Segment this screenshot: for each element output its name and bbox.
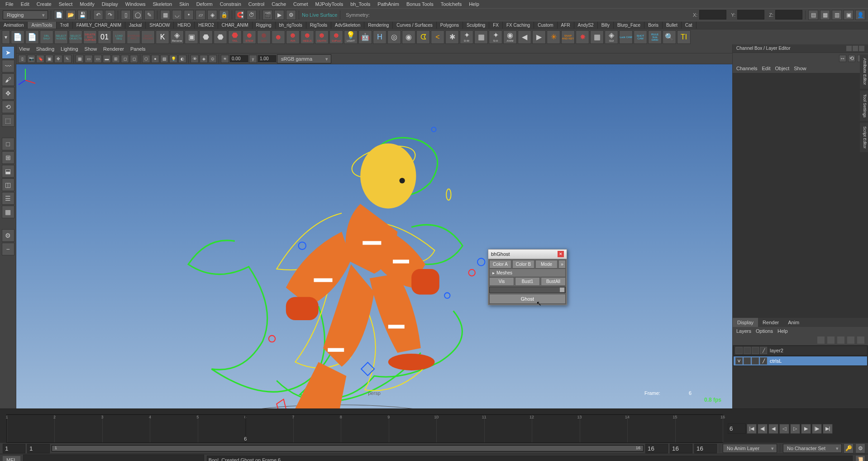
layer-delete-icon[interactable] <box>857 336 864 344</box>
channel-list[interactable] <box>733 73 868 318</box>
tool-options-icon[interactable]: ⚙ <box>2 229 14 242</box>
manip-icon-1[interactable]: ↔ <box>839 55 846 62</box>
y-field[interactable] <box>737 10 764 19</box>
shelf-item-22[interactable]: ☻DdPool <box>329 30 343 44</box>
pt-lights-icon[interactable]: 💡 <box>169 55 177 63</box>
layout-two-v[interactable]: ◫ <box>2 178 14 191</box>
panel-menu-view[interactable]: View <box>19 46 30 52</box>
shelf-item-0[interactable]: 📄 <box>11 30 24 44</box>
shelf-item-21[interactable]: ☻DEATH <box>315 30 329 44</box>
panel-close-icon[interactable] <box>859 46 864 51</box>
pt-xray-icon[interactable]: ◈ <box>200 55 208 63</box>
pt-select-icon[interactable]: ▯ <box>18 55 26 63</box>
layer-add-icon[interactable] <box>847 336 854 344</box>
bhghost-menu-mode[interactable]: Mode <box>535 260 558 269</box>
shelf-item-26[interactable]: ◎ <box>387 30 401 44</box>
layer-row-layer2[interactable]: ╱layer2 <box>733 346 868 355</box>
pt-isolate-icon[interactable]: 👁 <box>191 55 199 63</box>
layer-vis-toggle[interactable] <box>735 347 743 354</box>
shelf-item-36[interactable]: ▶ <box>532 30 546 44</box>
shelf-tab-fx-caching[interactable]: FX Caching <box>503 22 534 29</box>
shelf-tab-shadow[interactable]: SHADOW <box>146 22 174 29</box>
play-back-icon[interactable]: ◁ <box>779 424 789 434</box>
shelf-tab-animation[interactable]: Animation <box>0 22 28 29</box>
shelf-tab-sculpting[interactable]: Sculpting <box>463 22 489 29</box>
layer-up-icon[interactable] <box>827 336 835 344</box>
menu-bh_tools[interactable]: bh_Tools <box>347 1 374 7</box>
panel-menu-panels[interactable]: Panels <box>130 46 146 52</box>
pt-grid-icon[interactable]: ▦ <box>76 55 84 63</box>
bhghost-slider[interactable] <box>489 287 566 293</box>
minus-icon[interactable]: − <box>2 243 14 255</box>
menu-deform[interactable]: Deform <box>193 1 216 7</box>
snap-surface-icon[interactable]: ◈ <box>207 10 217 20</box>
shelf-item-35[interactable]: ◀ <box>518 30 531 44</box>
layer-color-swatch[interactable]: ╱ <box>760 347 767 354</box>
play-start-field[interactable] <box>27 444 50 453</box>
shelf-item-45[interactable]: 🔍 <box>663 30 676 44</box>
x-field[interactable] <box>699 10 726 19</box>
panel-menu-show[interactable]: Show <box>85 46 97 52</box>
menu-edit[interactable]: Edit <box>17 1 33 7</box>
prefs-icon[interactable]: ⚙ <box>855 443 865 453</box>
shelf-item-44[interactable]: RULE 3rds GRID <box>648 30 662 44</box>
bhghost-vis-button[interactable]: Vis <box>489 277 514 286</box>
shelf-item-19[interactable]: ☻AVA <box>286 30 300 44</box>
shelf-tab-jackal[interactable]: Jackal <box>125 22 146 29</box>
layer-vis-toggle[interactable]: V <box>735 357 743 365</box>
shelf-tab-hero[interactable]: HERO <box>174 22 195 29</box>
layer-row-ctrlsL[interactable]: V╱ctrlsL <box>733 356 868 366</box>
live-surface-icon[interactable]: 🧲 <box>235 10 245 20</box>
panel-menu-renderer[interactable]: Renderer <box>103 46 124 52</box>
ipr-render-icon[interactable]: ▶ <box>274 10 284 20</box>
layout-persp-ortho[interactable]: ▦ <box>2 206 14 218</box>
shelf-item-2[interactable]: DBL SHLF <box>40 30 53 44</box>
select-tool[interactable]: ➤ <box>2 46 14 59</box>
shelf-item-28[interactable]: ᗧ <box>416 30 430 44</box>
pt-gamma-icon[interactable]: γ <box>249 55 257 63</box>
panel-minimize-icon[interactable] <box>853 46 858 51</box>
shelf-item-23[interactable]: 💡LIGHT <box>344 30 358 44</box>
shelf-item-16[interactable]: ☻STEW <box>243 30 256 44</box>
lasso-icon[interactable]: ◯ <box>133 10 143 20</box>
save-scene-icon[interactable]: 💾 <box>77 10 87 20</box>
bhghost-window[interactable]: bhGhost ✕ Color AColor BMode» ▸ Meshes V… <box>488 249 567 305</box>
shelf-tab-rendering[interactable]: Rendering <box>364 22 393 29</box>
shelf-item-24[interactable]: 🤖 <box>358 30 372 44</box>
menu-skeleton[interactable]: Skeleton <box>149 1 176 7</box>
pt-image-plane-icon[interactable]: ▣ <box>45 55 53 63</box>
color-mgmt-dropdown[interactable]: sRGB gamma <box>277 54 331 63</box>
menu-modify[interactable]: Modify <box>76 1 98 7</box>
menu-skin[interactable]: Skin <box>176 1 192 7</box>
paint-tool[interactable]: 🖌 <box>2 73 14 86</box>
cmd-lang[interactable]: MEL <box>3 456 20 461</box>
side-tab-tool-settings[interactable]: Tool Settings <box>860 91 868 121</box>
shelf-tab-hero2[interactable]: HERO2 <box>195 22 218 29</box>
shelf-tab-advskeleton[interactable]: AdvSkeleton <box>331 22 364 29</box>
shelf-tab-afr[interactable]: AFR <box>558 22 574 29</box>
layer-playback-toggle[interactable] <box>744 347 751 354</box>
shelf-tab-bullet[interactable]: Bullet <box>663 22 682 29</box>
side-tab-script-editor[interactable]: Script Editor <box>860 123 868 152</box>
shelf-item-37[interactable]: ✳ <box>547 30 560 44</box>
snap-toggle-icon[interactable]: 🔒 <box>219 10 229 20</box>
cmd-input[interactable] <box>23 455 204 461</box>
shelf-tab-fx[interactable]: FX <box>489 22 503 29</box>
snap-curve-icon[interactable]: ◡ <box>172 10 182 20</box>
shelf-tab-animtools[interactable]: AnimTools <box>28 22 56 29</box>
gamma-field[interactable] <box>258 55 276 62</box>
shelf-tab-bh-rigtools[interactable]: bh_rigTools <box>276 22 306 29</box>
layout-outliner[interactable]: ☰ <box>2 192 14 205</box>
bhghost-bust1-button[interactable]: Bust1 <box>515 277 540 286</box>
shelf-tab-custom[interactable]: Custom <box>534 22 557 29</box>
chan-menu-show[interactable]: Show <box>794 66 806 71</box>
character-set-dropdown[interactable]: No Character Set <box>783 444 842 453</box>
play-end-field[interactable] <box>645 444 668 453</box>
shelf-item-18[interactable]: ☻ <box>272 30 285 44</box>
chan-menu-channels[interactable]: Channels <box>736 66 757 71</box>
shelf-item-31[interactable]: ✦D-M <box>460 30 473 44</box>
chan-menu-edit[interactable]: Edit <box>762 66 770 71</box>
shelf-item-41[interactable]: ◈GUI <box>605 30 618 44</box>
menu-bonus-tools[interactable]: Bonus Tools <box>403 1 437 7</box>
layer-menu-help[interactable]: Help <box>777 328 788 334</box>
